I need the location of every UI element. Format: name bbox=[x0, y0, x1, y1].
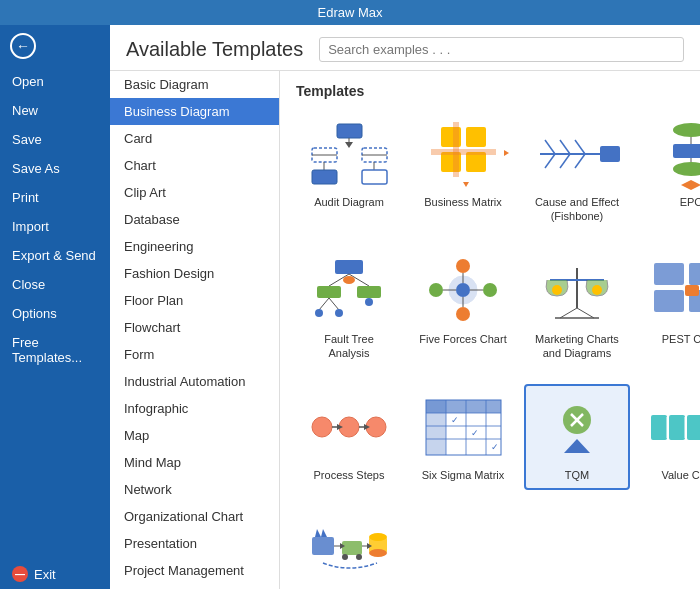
tqm-label: TQM bbox=[565, 468, 589, 482]
template-process-steps[interactable]: Process Steps bbox=[296, 384, 402, 490]
category-item-card[interactable]: Card bbox=[110, 125, 279, 152]
sidebar-item-close[interactable]: Close bbox=[0, 270, 110, 299]
business-matrix-thumb bbox=[418, 119, 508, 189]
category-item-basic-diagram[interactable]: Basic Diagram bbox=[110, 71, 279, 98]
svg-text:✓: ✓ bbox=[451, 415, 459, 425]
category-item-organizational-chart[interactable]: Organizational Chart bbox=[110, 503, 279, 530]
svg-point-30 bbox=[673, 162, 701, 176]
category-item-floor-plan[interactable]: Floor Plan bbox=[110, 287, 279, 314]
svg-point-69 bbox=[312, 417, 332, 437]
svg-rect-12 bbox=[466, 127, 486, 147]
page-title: Available Templates bbox=[126, 38, 303, 61]
category-item-presentation[interactable]: Presentation bbox=[110, 530, 279, 557]
five-forces-thumb bbox=[418, 256, 508, 326]
svg-point-104 bbox=[342, 554, 348, 560]
template-marketing-charts[interactable]: Marketing Charts and Diagrams bbox=[524, 248, 630, 369]
svg-line-58 bbox=[577, 308, 594, 318]
category-item-science[interactable]: Science bbox=[110, 584, 279, 589]
template-epc[interactable]: EPC bbox=[638, 111, 700, 232]
svg-rect-103 bbox=[342, 541, 362, 555]
svg-point-105 bbox=[356, 554, 362, 560]
value-chain-label: Value Chain bbox=[661, 468, 700, 482]
svg-rect-94 bbox=[687, 415, 701, 440]
svg-point-28 bbox=[673, 123, 701, 137]
category-list: Basic DiagramBusiness DiagramCardChartCl… bbox=[110, 71, 280, 589]
pest-chart-label: PEST Chart bbox=[662, 332, 700, 346]
svg-rect-64 bbox=[654, 290, 684, 312]
category-item-network[interactable]: Network bbox=[110, 476, 279, 503]
value-chain-thumb bbox=[646, 392, 700, 462]
category-item-project-management[interactable]: Project Management bbox=[110, 557, 279, 584]
svg-point-61 bbox=[592, 285, 602, 295]
search-input[interactable] bbox=[319, 37, 684, 62]
six-sigma-label: Six Sigma Matrix bbox=[422, 468, 505, 482]
template-business-matrix[interactable]: Business Matrix bbox=[410, 111, 516, 232]
category-item-business-diagram[interactable]: Business Diagram bbox=[110, 98, 279, 125]
category-item-industrial-automation[interactable]: Industrial Automation bbox=[110, 368, 279, 395]
value-stream-thumb bbox=[304, 514, 394, 584]
sidebar-item-new[interactable]: New bbox=[0, 96, 110, 125]
svg-marker-91 bbox=[564, 439, 590, 453]
svg-marker-2 bbox=[345, 142, 353, 148]
exit-icon: — bbox=[12, 566, 28, 582]
business-matrix-label: Business Matrix bbox=[424, 195, 502, 209]
category-item-mind-map[interactable]: Mind Map bbox=[110, 449, 279, 476]
fault-tree-label: Fault Tree Analysis bbox=[304, 332, 394, 361]
template-fault-tree[interactable]: Fault Tree Analysis bbox=[296, 248, 402, 369]
templates-grid: Audit Diagram bbox=[296, 111, 684, 589]
process-steps-label: Process Steps bbox=[314, 468, 385, 482]
templates-heading: Templates bbox=[296, 83, 684, 99]
sidebar-item-print[interactable]: Print bbox=[0, 183, 110, 212]
six-sigma-thumb: ✓ ✓ ✓ bbox=[418, 392, 508, 462]
content-body: Basic DiagramBusiness DiagramCardChartCl… bbox=[110, 71, 700, 589]
category-item-fashion-design[interactable]: Fashion Design bbox=[110, 260, 279, 287]
category-item-form[interactable]: Form bbox=[110, 341, 279, 368]
template-five-forces[interactable]: Five Forces Chart bbox=[410, 248, 516, 369]
category-item-database[interactable]: Database bbox=[110, 206, 279, 233]
svg-rect-27 bbox=[600, 146, 620, 162]
template-audit-diagram[interactable]: Audit Diagram bbox=[296, 111, 402, 232]
svg-marker-33 bbox=[681, 180, 701, 190]
svg-rect-66 bbox=[685, 285, 699, 296]
sidebar-item-save-as[interactable]: Save As bbox=[0, 154, 110, 183]
svg-point-47 bbox=[456, 259, 470, 273]
sidebar-item-exit[interactable]: — Exit bbox=[0, 559, 110, 589]
svg-point-46 bbox=[456, 283, 470, 297]
category-item-flowchart[interactable]: Flowchart bbox=[110, 314, 279, 341]
sidebar-item-options[interactable]: Options bbox=[0, 299, 110, 328]
svg-marker-18 bbox=[463, 182, 469, 187]
category-item-map[interactable]: Map bbox=[110, 422, 279, 449]
sidebar-item-open[interactable]: Open bbox=[0, 67, 110, 96]
svg-rect-93 bbox=[669, 415, 685, 440]
category-item-clip-art[interactable]: Clip Art bbox=[110, 179, 279, 206]
category-item-chart[interactable]: Chart bbox=[110, 152, 279, 179]
cause-effect-label: Cause and Effect (Fishbone) bbox=[532, 195, 622, 224]
svg-line-26 bbox=[575, 154, 585, 168]
sidebar-item-import[interactable]: Import bbox=[0, 212, 110, 241]
category-item-engineering[interactable]: Engineering bbox=[110, 233, 279, 260]
svg-line-40 bbox=[319, 298, 329, 310]
template-pest-chart[interactable]: PEST Chart bbox=[638, 248, 700, 369]
svg-rect-63 bbox=[689, 263, 701, 285]
tqm-thumb bbox=[532, 392, 622, 462]
category-item-infographic[interactable]: Infographic bbox=[110, 395, 279, 422]
svg-point-37 bbox=[343, 276, 355, 284]
template-tqm[interactable]: TQM bbox=[524, 384, 630, 490]
svg-point-49 bbox=[429, 283, 443, 297]
sidebar-item-free-templates[interactable]: Free Templates... bbox=[0, 328, 110, 372]
process-steps-thumb bbox=[304, 392, 394, 462]
sidebar-item-export-send[interactable]: Export & Send bbox=[0, 241, 110, 270]
svg-rect-39 bbox=[357, 286, 381, 298]
template-cause-effect[interactable]: Cause and Effect (Fishbone) bbox=[524, 111, 630, 232]
svg-line-57 bbox=[560, 308, 577, 318]
svg-rect-16 bbox=[431, 149, 496, 155]
audit-diagram-thumb bbox=[304, 119, 394, 189]
template-value-stream[interactable]: Value Stream Mapping bbox=[296, 506, 402, 589]
template-six-sigma[interactable]: ✓ ✓ ✓ Six Sigma Matrix bbox=[410, 384, 516, 490]
template-value-chain[interactable]: Value Chain bbox=[638, 384, 700, 490]
sidebar-item-save[interactable]: Save bbox=[0, 125, 110, 154]
five-forces-label: Five Forces Chart bbox=[419, 332, 506, 346]
svg-point-60 bbox=[552, 285, 562, 295]
svg-rect-38 bbox=[317, 286, 341, 298]
back-button[interactable]: ← bbox=[0, 25, 110, 67]
